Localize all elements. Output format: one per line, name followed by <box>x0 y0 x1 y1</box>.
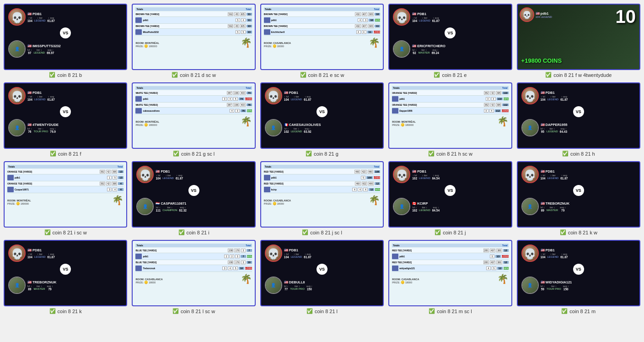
player1-name: PDB1 <box>32 12 42 16</box>
score-total: 13 <box>118 176 123 179</box>
player2-avatar: 👤 <box>521 119 539 136</box>
player2-avatar: 👤 <box>393 198 410 215</box>
card-label: coin 8 21 b <box>57 72 82 78</box>
card-wrapper: Totals Total ORANGE TEE [YARD2] 35242395… <box>388 82 512 157</box>
player2-name: CAKESAUXOLIVES <box>289 123 321 127</box>
score-player-name: Ericfritcher0 <box>271 31 355 33</box>
player2-flag: 🇨🇦 <box>412 201 416 206</box>
player1-avatar: 💀 <box>521 87 539 104</box>
vs-card: 💀 🇺🇸 PDB1 ↕ lvl 104 <box>388 4 512 70</box>
coin-icon: 🪙 <box>273 44 277 48</box>
score-header-total: Total <box>246 87 251 89</box>
coins-badge: +19800 COINS <box>521 56 562 65</box>
player1-name: PDB1 <box>417 169 426 174</box>
cards-grid: 💀 🇺🇸 PDB1 ↕ lvl 104 <box>4 4 640 314</box>
player2-avatar: 👤 <box>521 277 539 294</box>
player2-flag: 🇫🇷 <box>284 123 288 127</box>
score-header-left: Totals <box>265 8 271 11</box>
player2-info: 🇺🇸 TREBORZNUK lvl ↕ 89 tier ↕ MASTER <box>541 201 636 212</box>
score-header-total: Total <box>502 87 508 89</box>
prize-amount: 18000 <box>277 45 284 48</box>
player2-avatar: 👤 <box>8 119 26 136</box>
score-card: Totals Total BLUE TEE [YARD2] 2081793 7 … <box>132 240 255 306</box>
coin-icon: 🪙 <box>273 202 277 206</box>
player1-flag: 🇺🇸 <box>284 248 288 252</box>
card-label: coin 8 21 f <box>58 151 81 157</box>
course-icon: 🌴 <box>112 195 123 206</box>
score-player-name: BROWN TEE [YARD2] <box>264 25 354 27</box>
player1-info: 🇺🇸 PDB1 ↕ lvl 104 ↕ tier LEGEND <box>541 169 636 180</box>
player1-flag: 🇺🇸 <box>27 248 32 252</box>
score-player-name: pdb1 <box>143 255 223 258</box>
check-icon: ✅ <box>49 308 56 314</box>
card-wrapper: 💀 🇺🇸 PDB1 ↕ lvl 104 <box>517 82 640 157</box>
vs-circle: VS <box>317 106 327 117</box>
coin-icon: 🪙 <box>401 123 405 127</box>
vs-circle: VS <box>573 185 584 196</box>
vs-circle: VS <box>60 27 71 38</box>
score-player-name: RED TEE [YARD2] <box>264 170 354 173</box>
card-wrapper: Totals Total RED TEE [YARD2] 460422480 1… <box>260 161 384 235</box>
prize-amount: 18000 <box>149 281 156 284</box>
score-total: 10 <box>375 13 380 16</box>
player1-flag: 🇺🇸 <box>412 169 416 174</box>
player1-avatar: 💀 <box>8 8 26 26</box>
player2-info: 🇺🇸 IMISSPUTTS3232 lvl ↕ 97 tier ↕ LEGEND <box>27 44 123 54</box>
card-label: coin 8 21 h sc w <box>436 151 472 157</box>
vs-card: 💀 🇺🇸 PDB1 ↕ lvl 102 <box>388 161 512 228</box>
card-label: coin 8 21 g <box>314 151 338 157</box>
player1-name: PDB1 <box>161 169 170 174</box>
result-badge: WIN <box>375 19 380 22</box>
score-player-name: pdb1 <box>143 19 234 22</box>
card-wrapper: 💀 🇺🇸 PDB1 ↕ lvl 104 <box>4 240 127 314</box>
card-label: coin 8 21 h <box>570 151 595 157</box>
player1-name: PDB1 <box>289 91 298 95</box>
card-label-row: ✅ coin 8 21 l <box>306 308 338 314</box>
result-badge: WIN <box>247 255 252 258</box>
score-player-name: BLUE TEE [YARD2] <box>135 261 227 264</box>
card-label-row: ✅ coin 8 21 b <box>49 72 82 78</box>
vs-card: 💀 🇺🇸 PDB1 ↕ lvl 104 <box>517 240 640 306</box>
score-total: 74 <box>239 98 244 100</box>
score-total: 12 <box>375 182 380 185</box>
score-player-name: BROWN TEE [YARD2] <box>264 13 354 16</box>
score-player-name: ORANGE TEE [YARD2] <box>392 103 483 106</box>
check-icon: ✅ <box>300 72 306 78</box>
player2-info: 🇺🇸 DEBULL8 lvl ↕ 77 tier ↕ TOUR PRO <box>284 280 379 291</box>
course-icon: 🌴 <box>241 273 252 284</box>
score-player-name: Caspar10871 <box>15 188 106 191</box>
card-label-row: ✅ coin 8 21 d sc w <box>172 72 216 78</box>
card-label-row: ✅ coin 8 21 i sc w <box>44 229 87 235</box>
score-card: Totals Total ORANGE TEE [YARD2] 35242395… <box>388 82 512 149</box>
player2-flag: 🇺🇸 <box>412 44 416 48</box>
player2-name: DAPPER1955 <box>546 123 568 127</box>
result-badge: WIN <box>247 109 252 112</box>
vs-circle: VS <box>60 106 71 117</box>
player1-avatar: 💀 <box>8 87 26 104</box>
player2-info: 🇺🇸 WIDYADIGIA121 lvl ↕ 59 tier ↕ TOUR PR… <box>541 280 636 291</box>
card-label: coin 8 21 e <box>442 72 467 78</box>
player1-info: 🇺🇸 PDB1 ↕ lvl 104 ↕ tier LEGEND <box>284 91 379 101</box>
score-total: 7 <box>241 255 246 258</box>
player2-flag: 🇺🇸 <box>541 201 545 206</box>
player1-info: 🇺🇸 PDB1 ↕ lvl 104 ↕ tier LEGEND <box>27 91 123 101</box>
win-number: 10 <box>615 6 636 27</box>
card-wrapper: 💀 🇺🇸 PDB1 ↕ lvl 104 <box>388 4 512 78</box>
score-total: 11 <box>375 25 380 27</box>
result-badge: LOSS <box>502 255 509 258</box>
card-label: coin 8 21 m <box>569 309 596 314</box>
score-total: 7 <box>247 249 252 252</box>
score-total: 76 <box>241 109 246 112</box>
score-total: 10 <box>247 261 252 264</box>
score-player-name: MissPutts3232 <box>143 31 234 33</box>
score-header-left: Totals <box>265 165 271 168</box>
check-icon: ✅ <box>49 72 55 78</box>
coin-icon: 🪙 <box>144 281 148 284</box>
player2-info: 🇫🇷 CAKESAUXOLIVES lvl ↕ 102 tier ↕ LEGEN… <box>284 123 379 133</box>
check-icon: ✅ <box>428 151 435 157</box>
player2-flag: 🇺🇸 <box>27 123 32 127</box>
card-label: coin 8 21 d sc w <box>180 72 216 78</box>
prize-amount: 180000 <box>21 202 29 205</box>
vs-card: 💀 🇺🇸 PDB1 ↕ lvl 104 <box>4 4 127 70</box>
player2-name: TREBORZNUK <box>546 201 570 206</box>
